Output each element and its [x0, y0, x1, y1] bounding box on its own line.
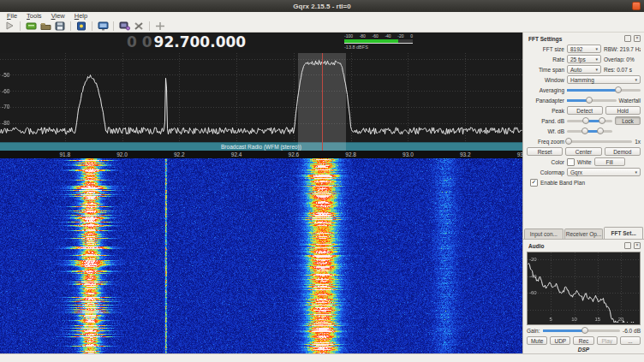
fullscreen-icon[interactable] — [97, 21, 109, 31]
slider-handle[interactable] — [582, 117, 589, 124]
tab-fft-settings[interactable]: FFT Set... — [604, 227, 643, 239]
menu-file[interactable]: File — [7, 12, 17, 20]
slider-handle[interactable] — [597, 128, 604, 134]
remote-control-icon[interactable] — [118, 21, 130, 31]
fill-button[interactable]: Fill — [594, 157, 625, 166]
time-span-label: Time span — [527, 67, 564, 73]
pand-db-range-slider[interactable] — [567, 116, 612, 125]
averaging-label: Averaging — [527, 87, 564, 93]
tuning-line[interactable] — [322, 53, 323, 151]
menu-view[interactable]: View — [51, 12, 65, 20]
lock-button[interactable]: Lock — [615, 116, 641, 125]
rate-select[interactable]: 25 fps▾ — [567, 55, 601, 63]
freq-tick-label: 92.4 — [226, 151, 247, 157]
freq-tick-label: 93.0 — [397, 151, 418, 157]
frequency-display[interactable]: 0 092.700.000 — [127, 33, 246, 50]
gqrx-window: Gqrx 2.15.5 - rtl=0 File Tools View Help — [0, 0, 644, 362]
enable-band-plan-label: Enable Band Plan — [540, 180, 585, 186]
configure-icon[interactable] — [133, 21, 145, 31]
res-value: Res: 0.07 s — [604, 67, 641, 73]
panadapter-canvas[interactable] — [0, 53, 522, 142]
play-button[interactable]: Play — [597, 336, 617, 345]
udp-button[interactable]: UDP — [550, 336, 570, 345]
bandplan-label: Broadcast Radio (WFM (stereo)) — [221, 144, 301, 150]
float-panel-icon[interactable] — [624, 35, 631, 42]
menu-tools[interactable]: Tools — [27, 12, 42, 20]
reset-button[interactable]: Reset — [527, 147, 563, 156]
toolbar-separator — [20, 21, 21, 31]
peak-detect-button[interactable]: Detect — [567, 106, 603, 115]
more-button[interactable]: ... — [620, 336, 641, 345]
slider-handle[interactable] — [581, 128, 588, 134]
fft-size-select[interactable]: 8192▾ — [567, 45, 601, 53]
bookmarks-icon[interactable] — [75, 21, 87, 31]
freq-zoom-label: Freq zoom — [527, 139, 564, 145]
start-dsp-icon[interactable] — [3, 21, 15, 31]
menu-help[interactable]: Help — [75, 12, 87, 20]
tab-input-controls[interactable]: Input con... — [524, 228, 564, 239]
demod-button[interactable]: Demod — [605, 147, 641, 156]
close-panel-icon[interactable]: × — [634, 242, 641, 249]
float-panel-icon[interactable] — [624, 242, 631, 249]
color-label: Color — [527, 159, 564, 165]
colormap-select[interactable]: Gqrx▾ — [567, 168, 641, 176]
meter-value: -13.8 dBFS — [344, 45, 413, 50]
chevron-down-icon: ▾ — [595, 56, 598, 62]
center-crosshair-icon[interactable] — [154, 21, 166, 31]
meter-tick-label: 0 — [410, 34, 413, 39]
meter-tick-label: -80 — [360, 34, 366, 39]
iq-device-icon[interactable] — [25, 21, 37, 31]
frequency-axis: 91.892.092.292.492.692.893.093.293.4 — [0, 151, 522, 158]
slider-handle[interactable] — [599, 117, 605, 124]
rec-button[interactable]: Rec — [573, 336, 593, 345]
slider-handle[interactable] — [581, 327, 588, 334]
chevron-down-icon: ▾ — [635, 169, 637, 175]
slider-handle[interactable] — [565, 138, 572, 145]
close-icon[interactable] — [632, 2, 641, 10]
waterfall-canvas[interactable] — [0, 158, 522, 353]
enable-band-plan-checkbox[interactable] — [530, 179, 538, 187]
audio-spectrum — [527, 252, 641, 325]
center-button[interactable]: Center — [565, 147, 601, 156]
window-select[interactable]: Hamming▾ — [567, 75, 641, 84]
white-checkbox[interactable] — [567, 158, 575, 166]
mute-button[interactable]: Mute — [527, 336, 547, 345]
close-panel-icon[interactable]: × — [634, 35, 641, 42]
chevron-down-icon: ▾ — [635, 77, 637, 82]
waterfall-label: Waterfall — [619, 98, 641, 104]
chevron-down-icon: ▾ — [595, 67, 598, 72]
time-span-select[interactable]: Auto▾ — [567, 65, 601, 74]
statusbar — [0, 353, 644, 362]
wf-db-label: Wf. dB — [527, 128, 564, 134]
peak-hold-button[interactable]: Hold — [605, 106, 641, 115]
meter-fill — [344, 39, 398, 43]
freq-tick-label: 92.8 — [341, 151, 361, 157]
meter-scale: -100-80-60-40-200 — [344, 34, 413, 39]
dock-tabbar: Input con... Receiver Op... FFT Set... — [523, 228, 644, 239]
toolbar-separator — [92, 21, 92, 31]
save-icon[interactable] — [54, 21, 66, 31]
menubar: File Tools View Help — [0, 12, 644, 20]
colormap-label: Colormap — [527, 169, 564, 175]
audio-gain-slider[interactable] — [543, 326, 620, 335]
averaging-slider[interactable] — [567, 86, 641, 94]
meter-bar — [344, 39, 413, 44]
tab-receiver-options[interactable]: Receiver Op... — [564, 228, 604, 239]
right-dock: FFT Settings × FFT size 8192▾ RBW: 219.7… — [522, 33, 644, 353]
freq-zoom-slider[interactable] — [567, 137, 632, 145]
freq-tick-label: 93.4 — [512, 151, 522, 157]
panadapter-waterfall-slider[interactable] — [567, 96, 617, 104]
white-checkbox-label: White — [577, 159, 592, 165]
slider-handle[interactable] — [586, 97, 593, 104]
audio-fft-canvas[interactable] — [528, 252, 640, 323]
open-folder-icon[interactable] — [39, 21, 51, 31]
wf-db-range-slider[interactable] — [567, 127, 612, 135]
slider-handle[interactable] — [615, 86, 622, 93]
fft-settings-title: FFT Settings — [528, 36, 562, 42]
rbw-value: RBW: 219.7 Hz — [604, 46, 641, 52]
central-plot-area: 0 092.700.000 -100-80-60-40-200 -13.8 dB… — [0, 33, 522, 353]
freq-tick-label: 92.0 — [112, 151, 133, 157]
frequency-leading-zeros: 0 0 — [127, 33, 152, 50]
rate-label: Rate — [527, 56, 564, 62]
fft-settings-header: FFT Settings × — [523, 33, 644, 44]
